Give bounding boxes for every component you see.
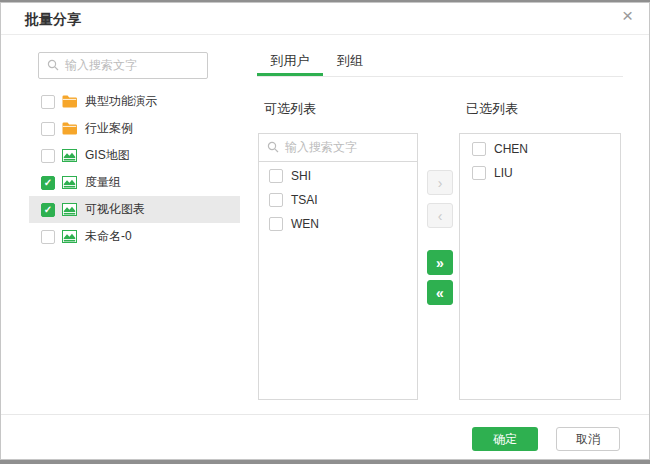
selected-users-panel: CHEN LIU xyxy=(459,133,621,400)
share-target-tabs: 到用户 到组 xyxy=(257,45,623,77)
batch-share-dialog: 批量分享 × 输入搜索文字 典型功能演示 行业案例 GIS地图 ✓ 度量组 ✓ … xyxy=(0,2,650,460)
tree-item[interactable]: ✓ 可视化图表 xyxy=(29,196,240,223)
user-item[interactable]: CHEN xyxy=(460,137,620,161)
content-tree: 典型功能演示 行业案例 GIS地图 ✓ 度量组 ✓ 可视化图表 未命名-0 xyxy=(29,88,240,250)
header-divider xyxy=(1,34,649,35)
search-icon xyxy=(47,57,59,75)
user-item[interactable]: TSAI xyxy=(259,188,417,212)
checkbox[interactable] xyxy=(41,122,55,136)
checkbox[interactable]: ✓ xyxy=(41,176,55,190)
chart-icon xyxy=(62,203,77,216)
user-item[interactable]: WEN xyxy=(259,212,417,236)
checkbox[interactable] xyxy=(41,230,55,244)
move-all-right-button[interactable]: » xyxy=(427,250,453,275)
tree-search-placeholder: 输入搜索文字 xyxy=(65,57,137,74)
user-search-placeholder: 输入搜索文字 xyxy=(285,139,357,156)
checkbox[interactable] xyxy=(269,169,283,183)
folder-icon xyxy=(62,122,77,135)
user-label: CHEN xyxy=(494,142,528,156)
selected-list-title: 已选列表 xyxy=(466,100,518,118)
close-icon[interactable]: × xyxy=(622,6,633,26)
checkbox[interactable] xyxy=(472,166,486,180)
move-all-left-button[interactable]: « xyxy=(427,280,453,305)
move-right-button[interactable]: › xyxy=(427,170,453,195)
tree-item[interactable]: 未命名-0 xyxy=(29,223,240,250)
tree-item-label: 未命名-0 xyxy=(85,228,132,245)
user-label: LIU xyxy=(494,166,513,180)
available-users-list: SHI TSAI WEN xyxy=(259,162,417,236)
tree-item[interactable]: ✓ 度量组 xyxy=(29,169,240,196)
user-label: TSAI xyxy=(291,193,318,207)
checkbox[interactable]: ✓ xyxy=(41,203,55,217)
selected-users-list: CHEN LIU xyxy=(460,134,620,185)
cancel-button[interactable]: 取消 xyxy=(556,427,620,451)
user-item[interactable]: LIU xyxy=(460,161,620,185)
user-search-input[interactable]: 输入搜索文字 xyxy=(259,134,417,162)
tree-item-label: 行业案例 xyxy=(85,120,133,137)
user-item[interactable]: SHI xyxy=(259,164,417,188)
checkbox[interactable] xyxy=(269,217,283,231)
checkbox[interactable] xyxy=(41,95,55,109)
move-left-button[interactable]: ‹ xyxy=(427,203,453,228)
folder-icon xyxy=(62,95,77,108)
checkbox[interactable] xyxy=(269,193,283,207)
tree-item[interactable]: 行业案例 xyxy=(29,115,240,142)
ok-button[interactable]: 确定 xyxy=(472,427,538,451)
checkbox[interactable] xyxy=(472,142,486,156)
footer-divider xyxy=(1,414,649,415)
chart-icon xyxy=(62,149,77,162)
chart-icon xyxy=(62,176,77,189)
available-users-panel: 输入搜索文字 SHI TSAI WEN xyxy=(258,133,418,400)
tree-item-label: 度量组 xyxy=(85,174,121,191)
tree-search-input[interactable]: 输入搜索文字 xyxy=(38,52,208,79)
search-icon xyxy=(267,139,279,157)
tree-item[interactable]: GIS地图 xyxy=(29,142,240,169)
chart-icon xyxy=(62,230,77,243)
tree-item-label: 可视化图表 xyxy=(85,201,145,218)
user-label: WEN xyxy=(291,217,319,231)
checkbox[interactable] xyxy=(41,149,55,163)
dialog-title: 批量分享 xyxy=(25,11,81,29)
user-label: SHI xyxy=(291,169,311,183)
tree-item-label: GIS地图 xyxy=(85,147,130,164)
tree-item[interactable]: 典型功能演示 xyxy=(29,88,240,115)
tab-to-group[interactable]: 到组 xyxy=(323,45,377,76)
tab-to-user[interactable]: 到用户 xyxy=(257,45,323,76)
available-list-title: 可选列表 xyxy=(264,100,316,118)
tree-item-label: 典型功能演示 xyxy=(85,93,157,110)
